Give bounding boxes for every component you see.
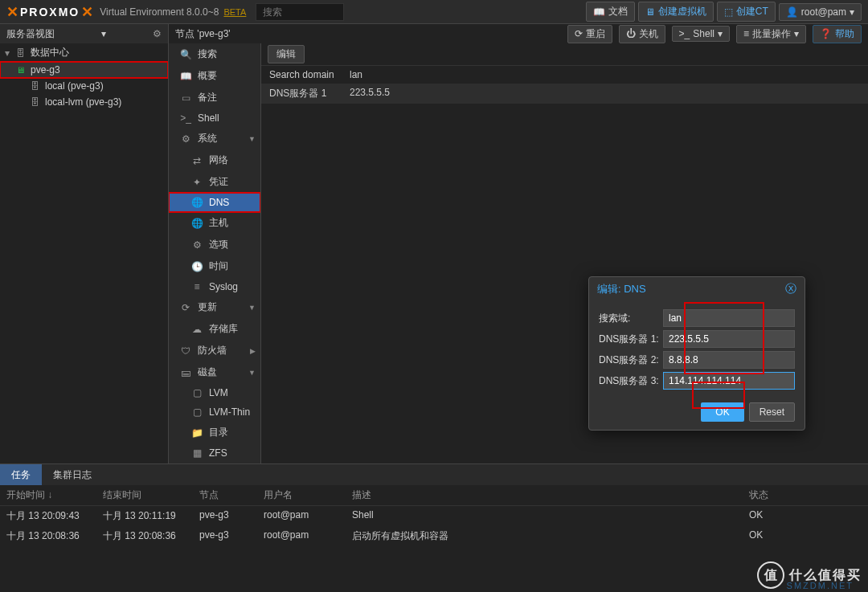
chevron-down-icon: ▼ [248, 369, 256, 377]
gear-icon: ⚙ [191, 239, 203, 251]
submenu-ceph[interactable]: ◉Ceph▶ [169, 463, 260, 463]
submenu-dns[interactable]: 🌐DNS [169, 193, 260, 212]
form-row-dns2: DNS服务器 2: [599, 351, 795, 369]
submenu-zfs[interactable]: ▦ZFS [169, 443, 260, 463]
reset-button[interactable]: Reset [749, 402, 795, 422]
global-search-input[interactable] [256, 3, 344, 21]
col-start[interactable]: 开始时间 [6, 488, 103, 502]
tab-cluster-log[interactable]: 集群日志 [42, 464, 103, 485]
gears-icon: ⚙ [180, 133, 191, 145]
docs-button[interactable]: 📖文档 [586, 2, 635, 22]
submenu-repo[interactable]: ☁存储库 [169, 318, 260, 340]
form-row-searchdomain: 搜索域: [599, 309, 795, 327]
form-row-dns3: DNS服务器 3: [599, 372, 795, 390]
col-end[interactable]: 结束时间 [103, 488, 199, 502]
log-tabs: 任务 集群日志 [0, 464, 868, 485]
list-icon: ≡ [191, 281, 203, 292]
book-icon: 📖 [593, 6, 605, 18]
help-icon: ❓ [820, 28, 832, 39]
network-icon: ⇄ [191, 155, 203, 166]
cell-user: root@pam [264, 509, 352, 523]
cert-icon: ✦ [191, 177, 203, 188]
shell-dropdown-button[interactable]: >_Shell ▾ [672, 26, 730, 42]
submenu-summary[interactable]: 📖概要 [169, 65, 260, 87]
cell-start: 十月 13 20:09:43 [6, 509, 103, 523]
tab-tasks[interactable]: 任务 [0, 464, 42, 485]
list-icon: ≡ [743, 28, 749, 39]
edit-button[interactable]: 编辑 [268, 45, 305, 63]
chevron-down-icon: ▾ [5, 47, 10, 59]
refresh-icon: ⟳ [180, 302, 191, 313]
submenu-shell[interactable]: >_Shell [169, 108, 260, 128]
terminal-icon: >_ [180, 112, 191, 124]
monitor-icon: 🖥 [645, 6, 655, 18]
col-node[interactable]: 节点 [199, 488, 264, 502]
submenu-disks[interactable]: 🖴磁盘▼ [169, 361, 260, 383]
tree-node-pve-g3[interactable]: 🖥pve-g3 [0, 62, 168, 78]
input-searchdomain[interactable] [663, 309, 795, 327]
cell-node: pve-g3 [199, 509, 264, 523]
submenu-system[interactable]: ⚙系统▼ [169, 128, 260, 149]
label-dns3: DNS服务器 3: [599, 374, 663, 388]
submenu-hosts[interactable]: 🌐主机 [169, 212, 260, 234]
cell-desc: Shell [352, 509, 749, 523]
user-icon: 👤 [786, 6, 798, 18]
input-dns2[interactable] [663, 351, 795, 369]
content-panel: 编辑 Search domain lan DNS服务器 1 223.5.5.5 … [261, 43, 868, 463]
grid-row[interactable]: DNS服务器 1 223.5.5.5 [261, 84, 868, 104]
task-row[interactable]: 十月 13 20:09:43 十月 13 20:11:19 pve-g3 roo… [0, 506, 868, 526]
col-user[interactable]: 用户名 [264, 488, 352, 502]
chevron-down-icon: ▾ [850, 6, 854, 18]
submenu-certs[interactable]: ✦凭证 [169, 171, 260, 193]
chevron-down-icon: ▼ [248, 304, 256, 312]
help-button[interactable]: ❓帮助 [813, 25, 862, 43]
submenu-dir[interactable]: 📁目录 [169, 422, 260, 443]
chevron-down-icon: ▾ [794, 28, 799, 39]
submenu-search[interactable]: 🔍搜索 [169, 43, 260, 65]
shutdown-button[interactable]: ⏻关机 [619, 25, 665, 43]
node-toolbar: 节点 'pve-g3' ⟳重启 ⏻关机 >_Shell ▾ ≡批量操作 ▾ ❓帮… [169, 24, 868, 43]
input-dns3[interactable] [663, 372, 795, 390]
submenu-firewall[interactable]: 🛡防火墙▶ [169, 340, 260, 361]
search-icon: 🔍 [180, 49, 191, 60]
watermark-icon: 值 [757, 561, 784, 589]
create-ct-button[interactable]: ⬚创建CT [717, 2, 776, 22]
logo-text: PROXMO [20, 6, 80, 18]
submenu-lvmthin[interactable]: ▢LVM-Thin [169, 402, 260, 422]
tree-storage-local-lvm[interactable]: 🗄local-lvm (pve-g3) [0, 94, 168, 110]
cell-end: 十月 13 20:08:36 [103, 529, 199, 543]
tree-view-selector[interactable]: 服务器视图 ▾ ⚙ [0, 24, 169, 43]
dialog-title-bar[interactable]: 编辑: DNS ⓧ [589, 277, 805, 301]
submenu-updates[interactable]: ⟳更新▼ [169, 296, 260, 318]
label-dns2: DNS服务器 2: [599, 353, 663, 367]
user-menu-button[interactable]: 👤root@pam ▾ [779, 3, 862, 21]
note-icon: ▭ [180, 92, 191, 104]
gear-icon[interactable]: ⚙ [153, 28, 162, 39]
chevron-down-icon: ▾ [718, 28, 723, 39]
bulk-actions-button[interactable]: ≡批量操作 ▾ [736, 25, 806, 43]
restart-button[interactable]: ⟳重启 [567, 25, 612, 43]
submenu-syslog[interactable]: ≡Syslog [169, 277, 260, 296]
logo: ✕ PROXMO ✕ Virtual Environment 8.0.0~8 B… [6, 3, 246, 21]
disk-icon: 🖴 [180, 367, 191, 378]
grid-row[interactable]: Search domain lan [261, 66, 868, 84]
submenu-network[interactable]: ⇄网络 [169, 149, 260, 171]
submenu-options[interactable]: ⚙选项 [169, 234, 260, 255]
ok-button[interactable]: OK [701, 402, 743, 422]
submenu-time[interactable]: 🕒时间 [169, 255, 260, 277]
submenu-notes[interactable]: ▭备注 [169, 87, 260, 108]
power-icon: ⏻ [626, 28, 636, 39]
label-searchdomain: 搜索域: [599, 312, 663, 325]
task-table-header[interactable]: 开始时间 结束时间 节点 用户名 描述 状态 [0, 485, 868, 506]
close-icon[interactable]: ⓧ [785, 282, 796, 296]
col-status[interactable]: 状态 [749, 488, 862, 502]
create-vm-button[interactable]: 🖥创建虚拟机 [638, 2, 714, 22]
grid-icon: ▦ [191, 447, 203, 459]
submenu-lvm[interactable]: ▢LVM [169, 383, 260, 402]
tree-datacenter[interactable]: ▾🗄数据中心 [0, 43, 168, 62]
tree-storage-local[interactable]: 🗄local (pve-g3) [0, 78, 168, 94]
task-row[interactable]: 十月 13 20:08:36 十月 13 20:08:36 pve-g3 roo… [0, 526, 868, 546]
col-desc[interactable]: 描述 [352, 488, 749, 502]
input-dns1[interactable] [663, 330, 795, 348]
cloud-icon: ☁ [191, 324, 203, 335]
